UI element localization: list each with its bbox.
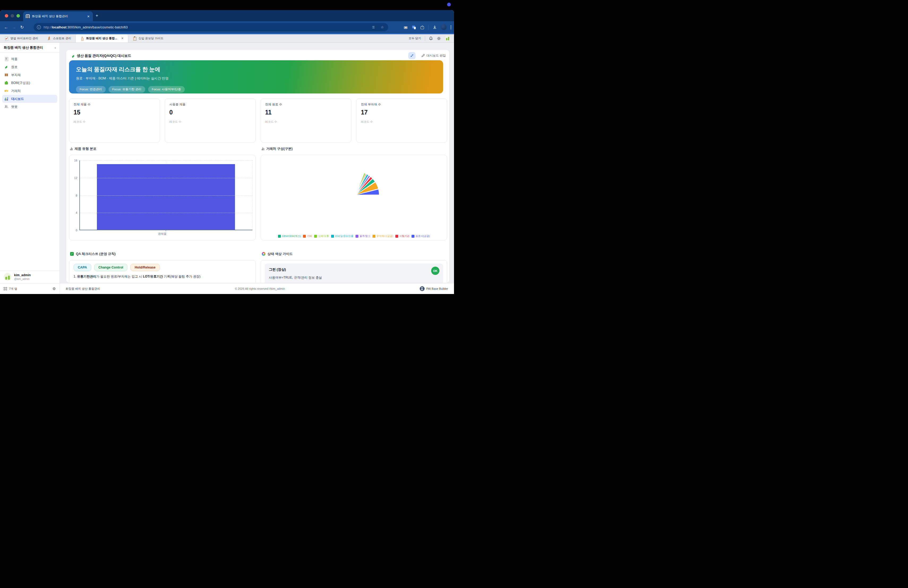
app-tab-cosmetic-active[interactable]: 화장품 배치 생산 통합... ✕ xyxy=(76,34,128,42)
app-tab-sales[interactable]: 영업 파이프라인 관리 xyxy=(0,34,42,42)
section-title: QA 체크리스트 (운영 규칙) xyxy=(76,252,116,256)
qa-chip-change-control[interactable]: Change Control xyxy=(94,264,128,271)
strip-divider xyxy=(425,36,425,41)
url-bar[interactable]: i http://localhost:3000/kim_admin/base/c… xyxy=(34,23,388,31)
focus-chip[interactable]: Focus: 변경관리 xyxy=(76,86,106,93)
app-tab-label: 영업 파이프라인 관리 xyxy=(10,36,38,40)
qa-chip-capa[interactable]: CAPA xyxy=(74,264,91,271)
app-tab-strip: 영업 파이프라인 관리 스프린트 관리 화장품 배치 생산 통합... ✕ 신입… xyxy=(0,34,454,43)
browser-toolbar: ← → ↻ i http://localhost:3000/kim_admin/… xyxy=(0,21,454,33)
legend-swatch xyxy=(395,235,398,238)
site-info-icon[interactable]: i xyxy=(37,25,41,29)
bottom-sections-row: ✓ QA 체크리스트 (운영 규칙) CAPA Change Control H… xyxy=(69,251,447,283)
screenshot-camera-icon[interactable] xyxy=(404,25,408,29)
pie-legend: OEM/ODM(제조)기타도매/유통리테일/온라인몰물류/창고부자재사(공급)시… xyxy=(261,235,447,238)
x-axis-label: 완제품 xyxy=(69,232,255,236)
legend-item[interactable]: OEM/ODM(제조) xyxy=(278,235,301,238)
sidebar-item-vendors[interactable]: 거래처 xyxy=(2,87,57,95)
stat-card-active-products[interactable]: 사용중 제품 0 레코드 수 xyxy=(165,98,256,143)
url-text[interactable]: http://localhost:3000/kim_admin/base/cos… xyxy=(43,26,370,29)
legend-item[interactable]: 기타 xyxy=(303,235,312,238)
app-tab-label: 스프린트 관리 xyxy=(53,36,71,40)
password-key-icon[interactable]: ⚿ xyxy=(372,25,377,29)
translate-icon[interactable] xyxy=(412,25,416,29)
close-window-button[interactable] xyxy=(5,14,8,18)
legend-label: 기타 xyxy=(307,235,312,238)
product-type-chart-section: 제품 유형 분포 xyxy=(69,146,256,240)
back-button[interactable]: ← xyxy=(2,25,10,30)
tab-title: 화장품 배치 생산 통합관리 xyxy=(32,14,84,18)
main-area: 대시보드 편집 생산 품질 관리자(QA/QC) 대시보드 오늘의 품질/자재 … xyxy=(60,43,454,294)
collapse-dashboard-button[interactable] xyxy=(408,52,415,59)
legend-item[interactable]: 도매/유통 xyxy=(314,235,329,238)
runner-icon xyxy=(47,36,51,40)
settings-gear-icon[interactable]: ⚙ xyxy=(52,287,56,291)
extensions-puzzle-icon[interactable] xyxy=(420,25,424,29)
bar-chart-card[interactable]: 완제품 0481216 xyxy=(69,155,256,240)
charts-row: 제품 유형 분포 xyxy=(69,146,447,240)
app-tab-sprint[interactable]: 스프린트 관리 xyxy=(42,34,76,42)
legend-item[interactable]: 부자재사(공급) xyxy=(372,235,393,238)
browser-tab[interactable]: 화장품 배치 생산 통합관리 ✕ xyxy=(23,11,93,21)
status-guide-card: 그린 (정상) OK 사용여부=TRUE, 규격/관리 정보 충실 xyxy=(261,260,448,283)
legend-swatch xyxy=(372,235,375,238)
legend-item[interactable]: 물류/창고 xyxy=(356,235,370,238)
app-tab-close-icon[interactable]: ✕ xyxy=(121,37,124,40)
sidebar-item-products[interactable]: 제품 xyxy=(2,55,57,63)
ok-status-badge: OK xyxy=(431,267,440,275)
legend-item[interactable]: 원료사(공급) xyxy=(412,235,430,238)
legend-item[interactable]: 시험기관 xyxy=(395,235,409,238)
sidebar-item-dashboard[interactable]: 대시보드 xyxy=(2,95,57,103)
notifications-bell-icon[interactable] xyxy=(429,36,433,40)
pai-logo-icon xyxy=(420,286,425,291)
stat-card-total-packaging[interactable]: 전체 부자재 수 17 레코드 수 xyxy=(356,98,447,143)
stat-card-total-raw-materials[interactable]: 전체 원료 수 11 레코드 수 xyxy=(261,98,351,143)
app-tab-onboarding[interactable]: 신입 온보딩 가이드 xyxy=(128,34,168,42)
sidebar-menu: 제품 원료 부자재 BOM(구성표) xyxy=(0,53,60,111)
sidebar-item-packaging[interactable]: 부자재 xyxy=(2,71,57,79)
qa-checklist-section: ✓ QA 체크리스트 (운영 규칙) CAPA Change Control H… xyxy=(69,251,256,283)
edit-dashboard-button[interactable]: 대시보드 편집 xyxy=(421,54,446,58)
sidebar-item-chatbot[interactable]: 챗봇 xyxy=(2,103,57,111)
new-tab-button[interactable]: + xyxy=(96,13,98,18)
minimize-window-button[interactable] xyxy=(11,14,14,18)
bookmark-star-icon[interactable]: ☆ xyxy=(381,25,385,29)
sidebar-collapse-chevron-icon[interactable]: ‹ xyxy=(55,46,56,50)
qa-chip-hold-release[interactable]: Hold/Release xyxy=(130,264,160,271)
user-card[interactable]: kim_admin @kim_admin xyxy=(0,271,60,283)
tab-close-icon[interactable]: ✕ xyxy=(87,14,90,18)
tab-count: 7개 탭 xyxy=(9,287,50,291)
legend-swatch xyxy=(356,235,358,238)
light-mode-sun-icon[interactable] xyxy=(437,36,441,40)
window-controls[interactable] xyxy=(5,14,20,18)
status-card-green: 그린 (정상) OK 사용여부=TRUE, 규격/관리 정보 충실 xyxy=(265,263,443,283)
close-all-button[interactable]: 모두 닫기 xyxy=(409,36,421,40)
pie-chart-card[interactable]: OEM/ODM(제조)기타도매/유통리테일/온라인몰물류/창고부자재사(공급)시… xyxy=(261,155,448,240)
focus-chip[interactable]: Focus: 사용여부/단종 xyxy=(148,86,185,93)
profile-avatar[interactable] xyxy=(441,24,447,30)
legend-swatch xyxy=(303,235,306,238)
tabs-grid-icon[interactable] xyxy=(4,287,7,290)
reload-button[interactable]: ↻ xyxy=(18,25,26,30)
stat-card-total-products[interactable]: 전체 제품 수 15 레코드 수 xyxy=(69,98,160,143)
section-title: 거래처 구성(구분) xyxy=(266,147,293,151)
chart-bars-icon xyxy=(70,147,72,150)
dashboard-title-row: 생산 품질 관리자(QA/QC) 대시보드 xyxy=(66,50,449,58)
banner-chips: Focus: 변경관리 Focus: 유통기한 관리 Focus: 사용여부/단… xyxy=(76,86,436,93)
footer-brand: PAI Base Builder xyxy=(420,286,448,291)
sidebar-item-bom[interactable]: BOM(구성표) xyxy=(2,79,57,87)
pie-chart[interactable] xyxy=(261,155,447,240)
workspace-logo-icon[interactable] xyxy=(445,35,450,41)
focus-chip[interactable]: Focus: 유통기한 관리 xyxy=(109,86,145,93)
legend-item[interactable]: 리테일/온라인몰 xyxy=(331,235,353,238)
footer-copyright: © 2026 All rights reserved #kim_admin xyxy=(100,287,420,290)
zoom-window-button[interactable] xyxy=(16,14,20,18)
chrome-menu-icon[interactable] xyxy=(451,26,451,29)
downloads-icon[interactable] xyxy=(433,25,437,29)
stat-cards-row: 전체 제품 수 15 레코드 수 사용중 제품 0 레코드 수 전체 원료 수 xyxy=(69,98,447,143)
forward-button[interactable]: → xyxy=(10,25,18,30)
toolbar-divider xyxy=(428,25,428,30)
sidebar-item-raw-materials[interactable]: 원료 xyxy=(2,63,57,71)
hero-banner: 오늘의 품질/자재 리스크를 한 눈에 원료 · 부자재 · BOM · 제품 … xyxy=(69,60,443,93)
bar-완제품[interactable] xyxy=(97,164,235,230)
